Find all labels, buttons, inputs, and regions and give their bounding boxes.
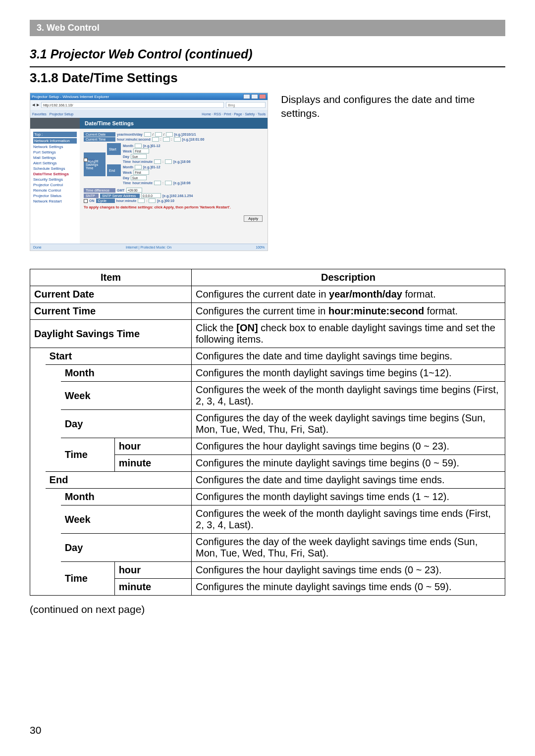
sntp-addr-input[interactable]: 0.0.0.0 — [141, 193, 161, 198]
sidebar-item-alert-settings[interactable]: Alert Settings — [33, 161, 77, 165]
browser-tools[interactable]: Home · RSS · Print · Page · Safety · Too… — [202, 112, 266, 116]
cycle-min-input[interactable] — [149, 199, 156, 203]
th-item: Item — [30, 269, 192, 286]
label-hourmin: hour:minute — [132, 160, 153, 163]
window-title: Projector Setup - Windows Internet Explo… — [32, 95, 109, 99]
row-end-item: End — [46, 472, 192, 489]
warning-text: To apply changes to date/time settings: … — [84, 205, 264, 209]
url-input[interactable]: http://192.168.1.10/ — [41, 102, 224, 108]
browser-tab-bar: Favorites Projector Setup Home · RSS · P… — [30, 110, 268, 118]
date-year-input[interactable] — [144, 132, 151, 137]
sidebar-item-network-settings[interactable]: Network Settings — [33, 145, 77, 149]
row-end-minute-desc: Configures the minute daylight savings t… — [192, 579, 505, 596]
hint-end-month: [e.g.]01-12 — [143, 165, 160, 169]
sidebar-item-projector-control[interactable]: Projector Control — [33, 183, 77, 187]
row-end-week-desc: Configures the week of the month dayligh… — [192, 505, 505, 534]
label-dst: Daylight Savings Time — [84, 152, 106, 176]
row-end-time-item: Time — [61, 562, 114, 596]
time-sec-input[interactable] — [174, 137, 181, 142]
row-end-hour-item: hour — [114, 562, 191, 579]
th-desc: Description — [192, 269, 505, 286]
sidebar-item-projector-status[interactable]: Projector Status — [33, 194, 77, 198]
apply-button[interactable]: Apply — [244, 215, 263, 222]
row-current-time-item: Current Time — [30, 303, 192, 320]
end-min-input[interactable] — [165, 181, 172, 185]
row-end-month-desc: Configures the month daylight savings ti… — [192, 489, 505, 505]
end-day-select[interactable]: Sun — [131, 175, 147, 180]
section-heading: 3.1.8 Date/Time Settings — [30, 66, 505, 86]
gmt-select[interactable]: +09:00 — [126, 188, 142, 193]
label-time-hm-end: Time — [123, 181, 131, 185]
embedded-screenshot: Projector Setup - Windows Internet Explo… — [30, 93, 268, 251]
row-start-hour-item: hour — [114, 438, 191, 455]
row-end-week-item: Week — [61, 505, 192, 534]
sidebar-top[interactable]: Top : — [33, 132, 77, 137]
favorites-label[interactable]: Favorites — [32, 112, 47, 116]
row-start-minute-item: minute — [114, 455, 191, 472]
start-hour-input[interactable] — [154, 159, 161, 164]
forward-icon[interactable]: ▶ — [37, 103, 39, 107]
logo-area — [30, 118, 80, 129]
sidebar-item-schedule-settings[interactable]: Schedule Settings — [33, 166, 77, 171]
label-week: Week — [123, 150, 132, 153]
close-icon[interactable] — [259, 94, 266, 99]
sidebar-item-security-settings[interactable]: Security Settings — [33, 177, 77, 182]
browser-status-bar: Done Internet | Protected Mode: On 100% — [30, 244, 268, 251]
sidebar-item-mail-settings[interactable]: Mail Settings — [33, 155, 77, 160]
row-start-week-item: Week — [61, 382, 192, 410]
start-min-input[interactable] — [165, 159, 172, 164]
indent-col-2b — [46, 489, 61, 596]
row-end-hour-desc: Configures the hour daylight savings tim… — [192, 562, 505, 579]
sidebar-item-datetime-settings[interactable]: Date/Time Settings — [33, 172, 77, 176]
sntp-on-checkbox[interactable] — [84, 199, 88, 203]
end-month-input[interactable] — [135, 165, 142, 169]
sidebar-item-remote-control[interactable]: Remote Control — [33, 188, 77, 193]
end-hour-input[interactable] — [154, 181, 161, 185]
cycle-hour-input[interactable] — [138, 199, 145, 203]
row-start-hour-desc: Configures the hour daylight savings tim… — [192, 438, 505, 455]
dst-on-checkbox[interactable] — [84, 158, 88, 162]
label-week-end: Week — [123, 171, 132, 174]
label-day-end: Day — [123, 176, 129, 180]
row-dst-item: Daylight Savings Time — [30, 320, 192, 348]
time-min-input[interactable] — [163, 137, 170, 142]
date-day-input[interactable] — [166, 132, 173, 137]
time-hour-input[interactable] — [152, 137, 159, 142]
label-gmt: GMT — [117, 189, 125, 192]
start-week-select[interactable]: First — [133, 149, 149, 153]
row-start-month-item: Month — [61, 365, 192, 382]
row-start-day-item: Day — [61, 410, 192, 438]
end-week-select[interactable]: First — [133, 170, 149, 175]
sidebar-item-network-restart[interactable]: Network Restart — [33, 199, 77, 203]
sidebar: Top : Network Information Network Settin… — [30, 129, 80, 246]
status-zone: Internet | Protected Mode: On — [126, 246, 171, 249]
row-end-day-desc: Configures the day of the week daylight … — [192, 534, 505, 562]
sidebar-item-network-info[interactable]: Network Information — [33, 138, 77, 144]
window-titlebar: Projector Setup - Windows Internet Explo… — [30, 93, 268, 100]
back-icon[interactable]: ◀ — [32, 103, 35, 107]
search-input[interactable]: Bing — [226, 102, 266, 108]
start-month-input[interactable] — [135, 144, 142, 148]
label-end: End — [107, 164, 121, 176]
tab-projector-setup[interactable]: Projector Setup — [50, 112, 73, 116]
label-month: Month — [123, 144, 133, 148]
maximize-icon[interactable] — [251, 94, 258, 99]
label-time-diff: Time difference — [84, 188, 115, 193]
label-sntp: SNTP — [84, 194, 99, 198]
hint-cycle: [e.g.]00:10 — [157, 199, 174, 202]
row-start-desc: Configures the date and time daylight sa… — [192, 348, 505, 365]
row-current-date-desc: Configures the current date in year/mont… — [192, 286, 505, 303]
row-dst-desc: Click the [ON] check box to enable dayli… — [192, 320, 505, 348]
row-start-time-item: Time — [61, 438, 114, 472]
row-start-item: Start — [46, 348, 192, 365]
hint-start-month: [e.g.]01-12 — [143, 144, 160, 148]
sidebar-item-port-settings[interactable]: Port Settings — [33, 150, 77, 154]
start-day-select[interactable]: Sun — [131, 154, 147, 159]
hint-start-hm: [e.g.]18:06 — [173, 160, 191, 163]
row-end-day-item: Day — [61, 534, 192, 562]
minimize-icon[interactable] — [243, 94, 250, 99]
hint-sntp: [e.g.]192.168.1.254 — [162, 194, 193, 198]
indent-col-2a — [46, 365, 61, 472]
date-month-input[interactable] — [155, 132, 162, 137]
description-table: Item Description Current Date Configures… — [30, 269, 505, 596]
